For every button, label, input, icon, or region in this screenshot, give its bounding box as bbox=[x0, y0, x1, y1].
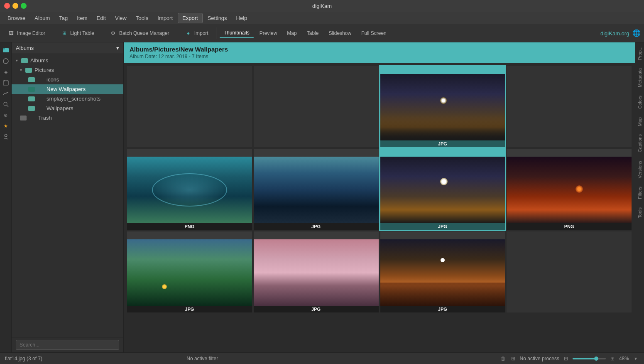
sidebar-albums-tab[interactable] bbox=[1, 46, 10, 55]
toolbar-map[interactable]: Map bbox=[283, 29, 301, 38]
toolbar: 🖼 Image Editor ⊞ Light Table ⚙ Batch Que… bbox=[0, 24, 644, 42]
right-panel-tools[interactable]: Tools bbox=[636, 203, 644, 222]
thumbnail-4[interactable] bbox=[507, 66, 632, 147]
sidebar-labels-tab[interactable]: ◈ bbox=[1, 67, 10, 76]
thumb-image-9 bbox=[127, 239, 252, 306]
thumbnail-2[interactable] bbox=[254, 66, 379, 147]
album-panel-dropdown[interactable]: ▾ bbox=[116, 45, 119, 51]
thumbnail-11[interactable]: JPG bbox=[380, 231, 505, 312]
thumb-image-5 bbox=[127, 157, 252, 223]
right-panel-filters[interactable]: Filters bbox=[636, 182, 644, 203]
album-tree: ▾ Albums ▾ Pictures icons New Wallpapers bbox=[12, 54, 123, 337]
statusbar: flat14.jpg (3 of 7) No active filter 🗑 ⊞… bbox=[0, 352, 644, 364]
toolbar-light-table[interactable]: ⊞ Light Table bbox=[56, 28, 98, 39]
thumbnail-7[interactable]: JPG bbox=[380, 149, 505, 230]
toolbar-separator bbox=[53, 27, 53, 39]
status-process: No active process bbox=[520, 356, 559, 362]
status-right: 🗑 ⊞ No active process ⊟ ⊞ 48% ▾ bbox=[500, 355, 639, 362]
sidebar-tags-tab[interactable] bbox=[1, 57, 10, 66]
toolbar-table[interactable]: Table bbox=[303, 29, 323, 38]
thumbnail-3[interactable]: JPG bbox=[380, 66, 505, 147]
tree-item-smplayer[interactable]: smplayer_screenshots bbox=[12, 94, 123, 103]
close-button[interactable] bbox=[4, 3, 10, 9]
thumb-label-9: JPG bbox=[127, 306, 252, 312]
tree-item-new-wallpapers[interactable]: New Wallpapers bbox=[12, 84, 123, 94]
right-panel-versions[interactable]: Versions bbox=[636, 157, 644, 182]
status-filename: flat14.jpg (3 of 7) bbox=[5, 356, 42, 362]
thumbnail-1[interactable] bbox=[127, 66, 252, 147]
thumb-image-8 bbox=[507, 157, 632, 223]
toolbar-fullscreen[interactable]: Full Screen bbox=[357, 29, 391, 38]
tree-item-pictures[interactable]: ▾ Pictures bbox=[12, 65, 123, 75]
menu-item-import[interactable]: Import bbox=[153, 13, 177, 23]
right-panel-captions[interactable]: Captions bbox=[636, 130, 644, 156]
toolbar-slideshow[interactable]: Slideshow bbox=[324, 29, 355, 38]
toolbar-separator2 bbox=[102, 27, 102, 39]
thumb-label-5: PNG bbox=[127, 223, 252, 230]
status-zoom-out-icon[interactable]: ⊟ bbox=[563, 355, 569, 362]
thumbnail-9[interactable]: JPG bbox=[127, 231, 252, 312]
toolbar-thumbnails[interactable]: Thumbnails bbox=[220, 28, 254, 38]
menu-item-tag[interactable]: Tag bbox=[55, 13, 72, 23]
folder-icon bbox=[28, 106, 35, 111]
toolbar-separator3 bbox=[177, 27, 177, 39]
thumbnail-10[interactable]: JPG bbox=[254, 231, 379, 312]
status-delete-icon[interactable]: 🗑 bbox=[500, 355, 507, 362]
status-zoom-in-icon[interactable]: ⊞ bbox=[609, 355, 616, 362]
content-header: Albums/Pictures/New Wallpapers Album Dat… bbox=[124, 42, 635, 63]
menu-item-export[interactable]: Export bbox=[178, 13, 203, 23]
sidebar-people-tab[interactable] bbox=[1, 132, 10, 141]
status-grid-icon[interactable]: ⊞ bbox=[510, 355, 517, 362]
status-dropdown-icon[interactable]: ▾ bbox=[632, 355, 639, 362]
sidebar-timeline-tab[interactable] bbox=[1, 89, 10, 98]
toolbar-preview[interactable]: Preview bbox=[255, 29, 282, 38]
album-panel-header: Albums ▾ bbox=[12, 42, 123, 54]
menu-item-help[interactable]: Help bbox=[232, 13, 252, 23]
tree-item-albums[interactable]: ▾ Albums bbox=[12, 56, 123, 65]
search-input[interactable] bbox=[16, 340, 119, 350]
import-icon: ● bbox=[185, 30, 192, 37]
right-panel: Prop... Metadata Colors Map Captions Ver… bbox=[635, 42, 644, 352]
right-panel-colors[interactable]: Colors bbox=[636, 91, 644, 113]
zoom-slider[interactable] bbox=[573, 358, 606, 359]
thumbnail-6[interactable]: JPG bbox=[254, 149, 379, 230]
thumbnail-8[interactable]: PNG bbox=[507, 149, 632, 230]
tree-item-icons[interactable]: icons bbox=[12, 75, 123, 84]
sidebar-favorites-tab[interactable]: ★ bbox=[1, 121, 10, 130]
maximize-button[interactable] bbox=[21, 3, 27, 9]
album-path: Albums/Pictures/New Wallpapers bbox=[130, 46, 629, 53]
folder-icon bbox=[28, 77, 35, 82]
sidebar-search-tab[interactable] bbox=[1, 100, 10, 109]
toolbar-import[interactable]: ● Import bbox=[181, 28, 213, 39]
titlebar: digiKam bbox=[0, 0, 644, 12]
menu-item-edit[interactable]: Edit bbox=[92, 13, 110, 23]
right-panel-map[interactable]: Map bbox=[636, 113, 644, 130]
menu-item-album[interactable]: Album bbox=[30, 13, 54, 23]
toolbar-website: digiKam.org 🌐 bbox=[600, 29, 641, 37]
sidebar-dates-tab[interactable] bbox=[1, 78, 10, 87]
sidebar-similar-tab[interactable]: ⊛ bbox=[1, 111, 10, 120]
menu-item-view[interactable]: View bbox=[111, 13, 131, 23]
toolbar-batch-queue[interactable]: ⚙ Batch Queue Manager bbox=[105, 28, 174, 39]
menu-item-settings[interactable]: Settings bbox=[203, 13, 231, 23]
left-sidebar: ◈ ⊛ ★ bbox=[0, 42, 12, 352]
tree-item-trash[interactable]: Trash bbox=[12, 113, 123, 123]
menu-item-tools[interactable]: Tools bbox=[132, 13, 152, 23]
image-editor-icon: 🖼 bbox=[7, 30, 15, 37]
album-info: Album Date: 12 mar. 2019 - 7 Items bbox=[130, 54, 629, 59]
right-panel-metadata[interactable]: Metadata bbox=[636, 64, 644, 91]
svg-line-7 bbox=[7, 105, 8, 107]
thumbnail-5[interactable]: PNG bbox=[127, 149, 252, 230]
batch-queue-icon: ⚙ bbox=[110, 30, 117, 37]
thumbnail-12[interactable] bbox=[507, 231, 632, 312]
tree-item-wallpapers[interactable]: Wallpapers bbox=[12, 103, 123, 113]
menu-item-browse[interactable]: Browse bbox=[3, 13, 29, 23]
album-search-area bbox=[12, 337, 123, 352]
toolbar-image-editor[interactable]: 🖼 Image Editor bbox=[3, 28, 49, 39]
minimize-button[interactable] bbox=[12, 3, 18, 9]
folder-icon-gray bbox=[20, 116, 27, 121]
thumb-label-6: JPG bbox=[254, 223, 379, 230]
right-panel-properties[interactable]: Prop... bbox=[636, 42, 644, 64]
thumb-image-7 bbox=[380, 157, 505, 223]
menu-item-item[interactable]: Item bbox=[73, 13, 91, 23]
